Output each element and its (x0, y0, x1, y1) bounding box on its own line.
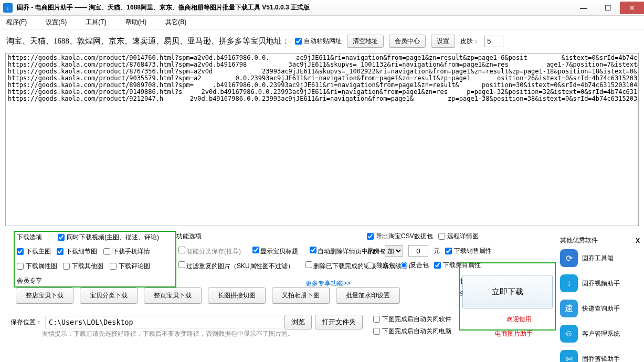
dl-options-header: 下载选项 (17, 233, 42, 242)
chk-export-csv[interactable]: 导出淘宝CSV数据包 (367, 232, 433, 241)
soft-item-video[interactable]: ↓固乔视频助手 (558, 274, 642, 292)
settings-button[interactable]: 设置 (431, 35, 455, 48)
skin-spinner[interactable] (484, 36, 503, 47)
clear-address-button[interactable]: 清空地址 (347, 35, 384, 48)
window-title: 固乔 - 电商图片助手 —— 淘宝、天猫、1688阿里、京东、微商相册等图片批量… (17, 3, 310, 12)
chk-show-title[interactable]: 显示宝贝标题 (252, 247, 298, 256)
express-icon: 速 (560, 300, 578, 317)
titlebar: ↓ 固乔 - 电商图片助手 —— 淘宝、天猫、1688阿里、京东、微商相册等图片… (0, 0, 644, 16)
browse-button[interactable]: 浏览 (284, 315, 312, 329)
radio-indep[interactable]: 独立包 (367, 261, 395, 270)
welcome-label: 欢迎使用 (506, 315, 532, 324)
chk-other-img[interactable]: 下载其他图 (63, 262, 103, 271)
orig-price-label: 原价 (367, 247, 379, 255)
func-options-header: 功能选项 (176, 232, 202, 241)
member-only-label: 会员专享 (17, 276, 42, 285)
top-row: 淘宝、天猫、1688、敦煌网、京东、速卖通、易贝、亚马逊、拼多多等宝贝地址： 自… (0, 29, 644, 51)
download-now-button[interactable]: 立即下载 (462, 275, 553, 308)
btn-whole-shop-dl[interactable]: 整店宝贝下载 (16, 288, 73, 304)
skin-label: 皮肤： (460, 37, 479, 46)
chk-comment-img[interactable]: 下载评论图 (110, 262, 150, 271)
soft-item-toolbox[interactable]: ⟳固乔工具箱 (558, 249, 642, 267)
save-label: 保存位置： (10, 318, 42, 327)
video-icon: ↓ (560, 274, 578, 292)
soft-item-clip[interactable]: ✄固乔剪辑助手 (558, 350, 642, 362)
chk-close-pc[interactable]: 下图完成后自动关闭电脑 (373, 327, 457, 336)
other-software-panel: 其他优秀软件 X ⟳固乔工具箱 ↓固乔视频助手 速快递查询助手 ☺客户管理系统 … (558, 236, 642, 362)
chk-mobile-detail[interactable]: 下载手机详情 (103, 247, 150, 256)
toolbox-icon: ⟳ (560, 249, 578, 267)
other-software-close[interactable]: X (636, 237, 640, 244)
maximize-button[interactable]: ☐ (596, 2, 620, 14)
radio-comp[interactable]: 复合包 (400, 261, 429, 270)
after-dl-panel: 下图完成后自动关闭软件 下图完成后自动关闭电脑 (373, 315, 457, 339)
minimize-button[interactable]: — (572, 2, 596, 14)
crm-icon: ☺ (560, 325, 578, 343)
menu-other[interactable]: 其它(B) (165, 18, 186, 27)
soft-item-crm[interactable]: ☺客户管理系统 (558, 325, 642, 343)
save-path-row: 保存位置： 浏览 打开文件夹 (10, 315, 363, 329)
yuan-label: 元 (434, 247, 440, 255)
menu-help[interactable]: 帮助(H) (125, 18, 147, 27)
btn-youpai-dl[interactable]: 又拍相册下图 (272, 288, 330, 304)
menu-program[interactable]: 程序(F) (6, 18, 27, 27)
chk-main-img[interactable]: 下载主图 (17, 247, 51, 256)
auto-paste-checkbox[interactable]: 自动粘贴网址 (295, 37, 342, 46)
chk-detail-img[interactable]: 下载细节图 (57, 247, 97, 256)
other-software-header: 其他优秀软件 (560, 236, 598, 245)
open-folder-button[interactable]: 打开文件夹 (315, 315, 363, 329)
price-value-input[interactable] (408, 245, 428, 257)
app-icon: ↓ (3, 3, 13, 13)
btn-long-img-cut[interactable]: 长图拼接切图 (208, 288, 266, 304)
save-path-input[interactable] (45, 316, 281, 328)
menu-tools[interactable]: 工具(T) (86, 18, 106, 27)
member-center-button[interactable]: 会员中心 (389, 35, 426, 48)
chk-filter-dup[interactable]: 过滤重复的图片（SKU属性图不过滤） (178, 261, 294, 271)
chk-dl-sale-attr[interactable]: 下载销售属性 (445, 247, 492, 255)
chk-remote-detail[interactable]: 远程详情图 (438, 232, 479, 241)
save-hint: 友情提示：下载前请先选择好路径，下载后不要改变路径，否则数据包中显示不了图片的。 (42, 329, 294, 338)
more-features-link[interactable]: 更多专享功能>> (305, 279, 351, 288)
close-button[interactable]: ✕ (620, 2, 644, 14)
price-op-select[interactable]: 加 (385, 245, 403, 257)
chk-smart-save[interactable]: 智能分类保存(推荐) (178, 247, 241, 256)
main-button-row: 整店宝贝下载 宝贝分类下载 整页宝贝下载 长图拼接切图 又拍相册下图 批量加水印… (16, 288, 400, 304)
url-textarea[interactable]: https://goods.kaola.com/product/9014760.… (5, 53, 639, 226)
menu-bar: 程序(F) 设置(S) 工具(T) 帮助(H) 其它(B) (0, 16, 644, 29)
btn-category-dl[interactable]: 宝贝分类下载 (80, 288, 138, 304)
soft-item-express[interactable]: 速快递查询助手 (558, 300, 642, 317)
download-options-panel: 下载选项 同时下载视频(主图、描述、评论) 下载主图 下载细节图 下载手机详情 … (14, 231, 176, 288)
clip-icon: ✄ (560, 350, 578, 362)
btn-whole-page-dl[interactable]: 整页宝贝下载 (144, 288, 202, 304)
chk-close-soft[interactable]: 下图完成后自动关闭软件 (373, 315, 457, 324)
brand-label: 电商图片助手 (495, 329, 533, 338)
menu-settings[interactable]: 设置(S) (46, 18, 67, 27)
marketplace-label: 淘宝、天猫、1688、敦煌网、京东、速卖通、易贝、亚马逊、拼多多等宝贝地址： (6, 36, 290, 46)
chk-attr-img[interactable]: 下载属性图 (17, 262, 57, 271)
btn-watermark[interactable]: 批量加水印设置 (336, 288, 400, 304)
chk-download-video[interactable]: 同时下载视频(主图、描述、评论) (58, 233, 159, 242)
